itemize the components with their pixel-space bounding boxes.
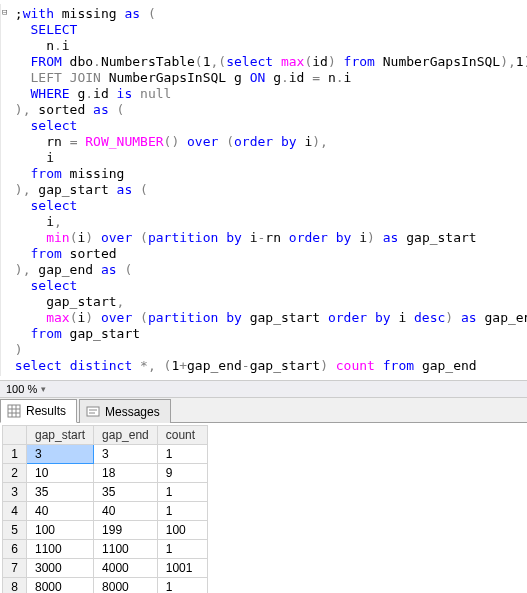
results-table[interactable]: gap_startgap_endcount1331210189335351440… <box>2 425 208 593</box>
cell[interactable]: 100 <box>157 521 207 540</box>
tab-results[interactable]: Results <box>0 399 77 423</box>
cell[interactable]: 100 <box>27 521 94 540</box>
code-line: rn = ROW_NUMBER() over (order by i), <box>7 134 527 150</box>
code-line: from sorted <box>7 246 527 262</box>
code-line: select <box>7 278 527 294</box>
tab-messages[interactable]: Messages <box>79 399 171 423</box>
cell[interactable]: 10 <box>27 464 94 483</box>
cell[interactable]: 40 <box>27 502 94 521</box>
zoom-toolbar: 100 % ▾ <box>0 380 527 398</box>
code-line: select distinct *, (1+gap_end-gap_start)… <box>7 358 527 374</box>
cell[interactable]: 1001 <box>157 559 207 578</box>
code-line: ), gap_start as ( <box>7 182 527 198</box>
cell[interactable]: 1100 <box>27 540 94 559</box>
code-line: LEFT JOIN NumberGapsInSQL g ON g.id = n.… <box>7 70 527 86</box>
cell[interactable]: 3 <box>94 445 158 464</box>
row-header[interactable]: 5 <box>3 521 27 540</box>
tab-results-label: Results <box>26 404 66 418</box>
code-line: ), gap_end as ( <box>7 262 527 278</box>
cell[interactable]: 1100 <box>94 540 158 559</box>
zoom-level[interactable]: 100 % <box>6 383 37 395</box>
cell[interactable]: 18 <box>94 464 158 483</box>
grid-corner[interactable] <box>3 426 27 445</box>
row-header[interactable]: 6 <box>3 540 27 559</box>
table-row[interactable]: 5100199100 <box>3 521 208 540</box>
code-line: FROM dbo.NumbersTable(1,(select max(id) … <box>7 54 527 70</box>
zoom-dropdown-icon[interactable]: ▾ <box>41 384 46 394</box>
svg-rect-5 <box>87 407 99 416</box>
code-line: select <box>7 198 527 214</box>
results-grid-area: gap_startgap_endcount1331210189335351440… <box>0 423 527 593</box>
row-header[interactable]: 1 <box>3 445 27 464</box>
code-line: ), sorted as ( <box>7 102 527 118</box>
code-line: ) <box>7 342 527 358</box>
cell[interactable]: 35 <box>27 483 94 502</box>
cell[interactable]: 1 <box>157 445 207 464</box>
code-line: i <box>7 150 527 166</box>
cell[interactable]: 4000 <box>94 559 158 578</box>
cell[interactable]: 3000 <box>27 559 94 578</box>
svg-rect-0 <box>8 405 20 417</box>
row-header[interactable]: 8 <box>3 578 27 594</box>
row-header[interactable]: 7 <box>3 559 27 578</box>
column-header[interactable]: gap_end <box>94 426 158 445</box>
code-line: gap_start, <box>7 294 527 310</box>
table-row[interactable]: 440401 <box>3 502 208 521</box>
result-tabs: Results Messages <box>0 398 527 423</box>
cell[interactable]: 8000 <box>27 578 94 594</box>
row-header[interactable]: 4 <box>3 502 27 521</box>
fold-toggle-icon[interactable]: ⊟ <box>2 7 7 17</box>
cell[interactable]: 1 <box>157 502 207 521</box>
cell[interactable]: 9 <box>157 464 207 483</box>
cell[interactable]: 8000 <box>94 578 158 594</box>
code-line: max(i) over (partition by gap_start orde… <box>7 310 527 326</box>
table-row[interactable]: 335351 <box>3 483 208 502</box>
code-line: ;with missing as ( <box>7 6 527 22</box>
code-line: select <box>7 118 527 134</box>
cell[interactable]: 1 <box>157 578 207 594</box>
results-grid-icon <box>7 404 21 418</box>
cell[interactable]: 3 <box>27 445 94 464</box>
row-header[interactable]: 3 <box>3 483 27 502</box>
cell[interactable]: 1 <box>157 540 207 559</box>
table-row[interactable]: 8800080001 <box>3 578 208 594</box>
column-header[interactable]: gap_start <box>27 426 94 445</box>
cell[interactable]: 35 <box>94 483 158 502</box>
code-line: n.i <box>7 38 527 54</box>
cell[interactable]: 199 <box>94 521 158 540</box>
code-line: WHERE g.id is null <box>7 86 527 102</box>
code-line: from gap_start <box>7 326 527 342</box>
messages-icon <box>86 405 100 419</box>
tab-messages-label: Messages <box>105 405 160 419</box>
editor-gutter: ⊟ <box>0 4 1 376</box>
table-row[interactable]: 6110011001 <box>3 540 208 559</box>
table-row[interactable]: 7300040001001 <box>3 559 208 578</box>
table-row[interactable]: 1331 <box>3 445 208 464</box>
code-line: i, <box>7 214 527 230</box>
code-line: min(i) over (partition by i-rn order by … <box>7 230 527 246</box>
cell[interactable]: 40 <box>94 502 158 521</box>
code-line: from missing <box>7 166 527 182</box>
cell[interactable]: 1 <box>157 483 207 502</box>
table-row[interactable]: 210189 <box>3 464 208 483</box>
code-line: SELECT <box>7 22 527 38</box>
code-text[interactable]: ;with missing as ( SELECT n.i FROM dbo.N… <box>1 4 527 376</box>
row-header[interactable]: 2 <box>3 464 27 483</box>
sql-editor[interactable]: ⊟ ;with missing as ( SELECT n.i FROM dbo… <box>0 0 527 380</box>
column-header[interactable]: count <box>157 426 207 445</box>
